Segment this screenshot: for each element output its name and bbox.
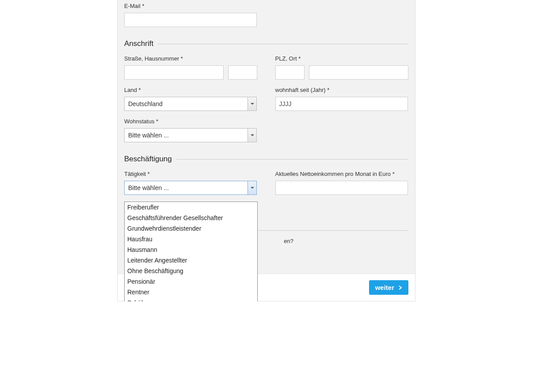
form-container: E-Mail * Anschrift Straße, Hausnummer * …	[117, 0, 415, 301]
chevron-down-icon	[248, 129, 256, 142]
activity-value: Bitte wählen ...	[128, 184, 169, 191]
street-label: Straße, Hausnummer *	[124, 55, 258, 62]
dropdown-option[interactable]: Schüler	[125, 297, 257, 301]
email-label: E-Mail *	[124, 3, 408, 9]
country-label: Land *	[124, 87, 258, 93]
chevron-down-icon	[248, 97, 256, 110]
section-header-employment: Beschäftigung	[124, 155, 408, 164]
section-divider	[176, 159, 408, 160]
plz-ort-col: PLZ, Ort *	[275, 53, 409, 84]
dropdown-option[interactable]: Grundwehrdienstleistender	[125, 223, 257, 234]
employment-row: Tätigkeit * Bitte wählen ... Aktuelles N…	[124, 168, 408, 199]
dropdown-option[interactable]: Geschäftsführender Gesellschafter	[125, 213, 257, 223]
chevron-right-icon	[399, 285, 402, 290]
chevron-down-icon	[248, 181, 256, 194]
dropdown-option[interactable]: Leitender Angestellter	[125, 255, 257, 266]
income-col: Aktuelles Nettoeinkommen pro Monat in Eu…	[275, 168, 409, 199]
activity-label: Tätigkeit *	[124, 171, 258, 177]
email-input[interactable]	[124, 13, 257, 27]
resident-since-label: wohnhaft seit (Jahr) *	[275, 87, 409, 93]
street-col: Straße, Hausnummer *	[124, 53, 258, 84]
activity-select[interactable]: Bitte wählen ...	[124, 181, 257, 195]
dropdown-option[interactable]: Freiberufler	[125, 202, 257, 213]
section-title-employment: Beschäftigung	[124, 155, 172, 164]
resident-since-input[interactable]	[275, 97, 408, 111]
resident-since-col: wohnhaft seit (Jahr) *	[275, 84, 409, 115]
street-input[interactable]	[124, 65, 224, 80]
housing-status-col: Wohnstatus * Bitte wählen ...	[124, 115, 258, 147]
dropdown-option[interactable]: Hausmann	[125, 244, 257, 255]
address-row-2: Land * Deutschland wohnhaft seit (Jahr) …	[124, 84, 408, 115]
section-header-address: Anschrift	[124, 39, 408, 48]
dropdown-option[interactable]: Ohne Beschäftigung	[125, 266, 257, 276]
plz-ort-label: PLZ, Ort *	[275, 55, 409, 62]
country-select[interactable]: Deutschland	[124, 97, 257, 111]
housenumber-input[interactable]	[228, 65, 257, 80]
dropdown-option[interactable]: Hausfrau	[125, 234, 257, 244]
section-divider	[158, 44, 408, 44]
address-row-1: Straße, Hausnummer * PLZ, Ort *	[124, 53, 408, 84]
plz-input[interactable]	[275, 65, 305, 80]
section-title-address: Anschrift	[124, 39, 153, 48]
ort-input[interactable]	[309, 65, 408, 80]
housing-status-label: Wohnstatus *	[124, 118, 258, 125]
income-input[interactable]	[275, 181, 408, 195]
email-field-group: E-Mail *	[124, 0, 408, 31]
dropdown-option[interactable]: Rentner	[125, 287, 257, 297]
income-label: Aktuelles Nettoeinkommen pro Monat in Eu…	[275, 171, 409, 177]
next-button[interactable]: weiter	[369, 280, 408, 295]
country-col: Land * Deutschland	[124, 84, 258, 115]
dropdown-option[interactable]: Pensionär	[125, 276, 257, 287]
address-row-3: Wohnstatus * Bitte wählen ...	[124, 115, 408, 147]
activity-dropdown[interactable]: FreiberuflerGeschäftsführender Gesellsch…	[124, 202, 258, 301]
country-value: Deutschland	[128, 100, 163, 107]
next-button-label: weiter	[375, 284, 394, 291]
housing-status-select[interactable]: Bitte wählen ...	[124, 128, 257, 142]
housing-status-value: Bitte wählen ...	[128, 132, 169, 139]
activity-col: Tätigkeit * Bitte wählen ...	[124, 168, 258, 199]
